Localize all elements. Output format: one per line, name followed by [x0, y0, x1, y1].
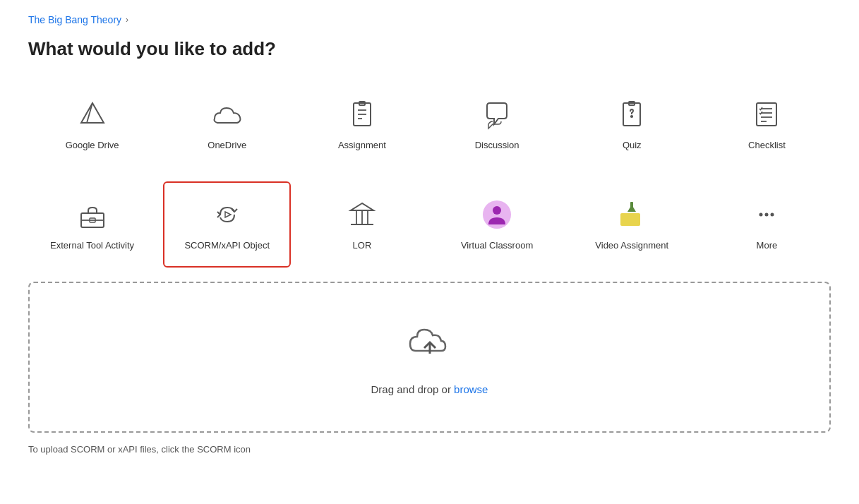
scorm-label: SCORM/xAPI Object	[184, 239, 270, 252]
lor-label: LOR	[353, 239, 372, 252]
svg-point-33	[771, 213, 774, 217]
grid-item-video-assignment[interactable]: Video Assignment	[568, 181, 696, 268]
grid-item-external-tool[interactable]: External Tool Activity	[28, 181, 156, 268]
onedrive-label: OneDrive	[208, 139, 246, 152]
grid-item-scorm[interactable]: SCORM/xAPI Object	[163, 181, 291, 268]
drag-drop-label: Drag and drop or	[371, 383, 455, 395]
discussion-label: Discussion	[475, 139, 519, 152]
more-icon	[749, 197, 784, 232]
discussion-icon	[479, 97, 515, 132]
row1-grid: Google Drive OneDrive Assi	[28, 81, 831, 167]
page-title: What would you like to add?	[28, 38, 831, 60]
google-drive-icon	[75, 97, 110, 132]
browse-link[interactable]: browse	[454, 383, 488, 395]
google-drive-label: Google Drive	[66, 139, 119, 152]
footer-hint: To upload SCORM or xAPI files, click the…	[28, 444, 831, 455]
svg-marker-19	[225, 212, 231, 217]
quiz-label: Quiz	[623, 139, 642, 152]
grid-item-virtual-classroom[interactable]: Virtual Classroom	[433, 181, 561, 268]
svg-marker-25	[351, 203, 373, 210]
grid-item-discussion[interactable]: Discussion	[433, 81, 561, 167]
drop-zone-text: Drag and drop or browse	[371, 383, 488, 396]
more-label: More	[757, 239, 778, 252]
svg-marker-0	[81, 103, 104, 123]
grid-item-quiz[interactable]: Quiz	[568, 81, 696, 167]
svg-rect-30	[630, 202, 633, 212]
svg-point-10	[631, 116, 632, 117]
upload-icon	[404, 318, 455, 372]
external-tool-label: External Tool Activity	[50, 239, 134, 252]
svg-rect-28	[620, 213, 640, 226]
checklist-icon	[749, 97, 784, 132]
svg-point-32	[765, 213, 769, 217]
grid-item-more[interactable]: More	[703, 181, 831, 268]
scorm-icon	[210, 197, 245, 232]
virtual-classroom-label: Virtual Classroom	[461, 239, 533, 252]
lor-icon	[344, 197, 380, 232]
breadcrumb-separator: ›	[126, 15, 128, 25]
row2-grid: External Tool Activity SCORM/xAPI Object	[28, 181, 831, 268]
grid-item-google-drive[interactable]: Google Drive	[28, 81, 156, 167]
svg-point-27	[493, 206, 501, 215]
onedrive-icon	[210, 97, 245, 132]
quiz-icon	[614, 97, 649, 132]
video-assignment-icon	[614, 197, 649, 232]
video-assignment-label: Video Assignment	[595, 239, 668, 252]
checklist-label: Checklist	[748, 139, 786, 152]
breadcrumb: The Big Bang Theory ›	[28, 14, 831, 25]
drop-zone[interactable]: Drag and drop or browse	[28, 282, 831, 433]
grid-item-lor[interactable]: LOR	[298, 181, 426, 268]
svg-point-31	[759, 213, 763, 217]
grid-item-checklist[interactable]: Checklist	[703, 81, 831, 167]
external-tool-icon	[75, 197, 110, 232]
assignment-label: Assignment	[338, 139, 386, 152]
virtual-classroom-icon	[479, 197, 515, 232]
assignment-icon	[344, 97, 380, 132]
svg-line-1	[87, 103, 92, 123]
grid-item-onedrive[interactable]: OneDrive	[163, 81, 291, 167]
svg-rect-11	[757, 103, 776, 126]
breadcrumb-link[interactable]: The Big Bang Theory	[28, 14, 121, 25]
grid-item-assignment[interactable]: Assignment	[298, 81, 426, 167]
